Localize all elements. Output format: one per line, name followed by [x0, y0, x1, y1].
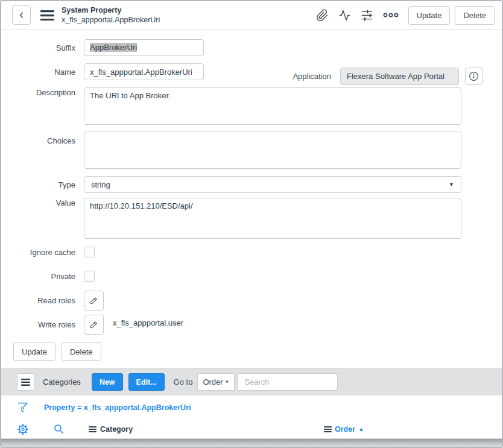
type-select[interactable]: string ▼ — [84, 176, 461, 193]
ignore-cache-label: Ignore cache — [1, 248, 75, 257]
new-button[interactable]: New — [92, 373, 123, 391]
application-info-button[interactable] — [465, 68, 482, 85]
categories-list-header: Categories New Edit... Go to Order ▼ — [1, 368, 502, 396]
form-header: System Property x_fls_appportal.AppBroke… — [1, 1, 502, 30]
order-column-label: Order — [335, 425, 355, 434]
write-roles-row: Write roles x_fls_appportal.user — [1, 315, 502, 335]
column-menu-icon — [324, 426, 332, 432]
read-roles-edit-button[interactable] — [84, 291, 104, 311]
window-bottom-shadow — [1, 439, 502, 447]
column-header-category[interactable]: Category — [89, 425, 133, 434]
choices-label: Choices — [1, 131, 75, 169]
application-label: Application — [293, 72, 331, 81]
suffix-label: Suffix — [1, 43, 75, 52]
delete-button-header[interactable]: Delete — [455, 6, 495, 25]
column-header-order[interactable]: Order ▲ — [324, 425, 364, 434]
write-roles-edit-button[interactable] — [84, 315, 104, 335]
form-body: Suffix AppBrokerUri Application Flexera … — [1, 30, 502, 361]
form-footer-buttons: Update Delete — [1, 342, 502, 361]
type-label: Type — [1, 180, 75, 189]
read-roles-row: Read roles — [1, 291, 502, 311]
private-checkbox[interactable] — [84, 271, 95, 282]
back-button[interactable] — [12, 5, 31, 25]
name-label: Name — [1, 68, 75, 77]
private-label: Private — [1, 272, 75, 281]
info-icon — [468, 71, 479, 82]
form-title-block: System Property x_fls_appportal.AppBroke… — [62, 5, 160, 25]
name-input[interactable] — [84, 63, 204, 80]
goto-label: Go to — [174, 377, 193, 386]
list-columns-header: Category Order ▲ — [1, 420, 502, 439]
application-group: Application Flexera Software App Portal — [293, 68, 482, 85]
update-button-footer[interactable]: Update — [13, 342, 55, 361]
suffix-selected-text: AppBrokerUri — [90, 43, 137, 52]
ignore-cache-checkbox[interactable] — [84, 247, 95, 257]
search-icon[interactable] — [53, 423, 65, 435]
list-search-input[interactable] — [238, 373, 338, 391]
description-textarea[interactable]: The URI to App Broker. — [84, 87, 461, 125]
suffix-row: Suffix AppBrokerUri — [1, 39, 502, 56]
value-textarea[interactable]: http://10.20.151.210/ESD/api/ — [84, 198, 461, 239]
chevron-left-icon — [17, 11, 26, 19]
write-roles-value: x_fls_appportal.user — [113, 315, 183, 327]
list-context-menu-button[interactable] — [17, 373, 34, 391]
ignore-cache-row: Ignore cache — [1, 247, 502, 257]
related-list-title: Categories — [43, 377, 81, 386]
page-title: System Property — [62, 5, 160, 15]
funnel-icon[interactable] — [17, 402, 28, 414]
system-property-window: System Property x_fls_appportal.AppBroke… — [0, 0, 503, 448]
attachment-icon[interactable] — [316, 9, 329, 22]
filter-breadcrumb[interactable]: Property = x_fls_appportal.AppBrokerUri — [44, 403, 191, 412]
category-column-label: Category — [100, 425, 133, 434]
value-row: Value http://10.20.151.210/ESD/api/ — [1, 198, 502, 239]
type-row: Type string ▼ — [1, 176, 502, 193]
private-row: Private — [1, 271, 502, 282]
pencil-icon — [89, 320, 99, 330]
caret-down-icon: ▼ — [449, 181, 454, 188]
gear-icon[interactable] — [17, 423, 29, 435]
application-field: Flexera Software App Portal — [340, 68, 459, 85]
choices-textarea[interactable] — [84, 131, 461, 169]
form-context-menu-icon[interactable] — [40, 10, 54, 21]
caret-down-icon: ▼ — [224, 379, 229, 385]
suffix-input[interactable]: AppBrokerUri — [84, 39, 204, 56]
write-roles-label: Write roles — [1, 320, 75, 329]
goto-selected-value: Order — [203, 377, 223, 386]
hamburger-icon — [21, 379, 30, 386]
goto-field-select[interactable]: Order ▼ — [197, 373, 235, 391]
description-label: Description — [1, 87, 75, 125]
choices-row: Choices — [1, 131, 502, 169]
personalize-form-sliders-icon[interactable] — [361, 9, 373, 22]
pencil-icon — [89, 295, 99, 306]
form-header-actions: Update Delete — [316, 6, 496, 25]
read-roles-label: Read roles — [1, 296, 75, 305]
value-label: Value — [1, 198, 75, 239]
page-subtitle: x_fls_appportal.AppBrokerUri — [62, 15, 160, 25]
edit-button[interactable]: Edit... — [128, 373, 165, 391]
delete-button-footer[interactable]: Delete — [62, 342, 101, 361]
type-selected-value: string — [91, 180, 110, 189]
update-button-header[interactable]: Update — [408, 6, 451, 25]
more-actions-icon[interactable] — [383, 11, 399, 19]
activity-stream-icon[interactable] — [338, 9, 351, 22]
sort-ascending-icon: ▲ — [358, 426, 364, 432]
list-filter-row: Property = x_fls_appportal.AppBrokerUri — [1, 396, 502, 420]
column-menu-icon — [89, 426, 96, 432]
description-row: Description The URI to App Broker. — [1, 87, 502, 125]
